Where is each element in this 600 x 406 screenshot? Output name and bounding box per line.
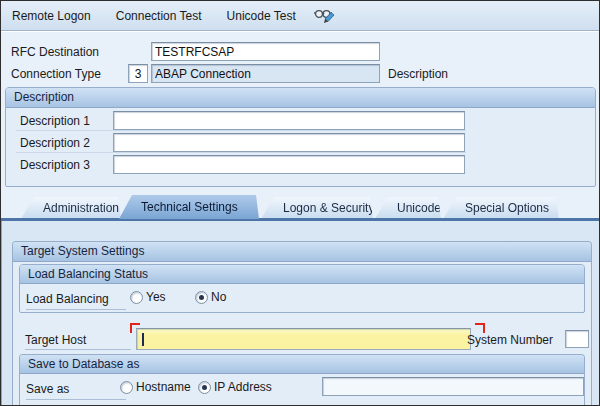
sm59-rfc-destination-window: Remote Logon Connection Test Unicode Tes…	[0, 0, 600, 406]
tab-logon-security[interactable]: Logon & Security	[261, 197, 373, 219]
radio-label: No	[211, 290, 226, 304]
target-host-label: Target Host	[25, 333, 86, 347]
tab-administration[interactable]: Administration	[21, 197, 121, 219]
label-underline	[26, 309, 126, 310]
target-system-settings-header: Target System Settings	[13, 242, 591, 262]
radio-circle	[120, 381, 133, 394]
label-underline	[25, 349, 131, 350]
save-as-hostname-radio[interactable]: Hostname	[120, 380, 191, 394]
rfc-destination-label: RFC Destination	[11, 45, 99, 59]
target-host-input[interactable]	[136, 328, 471, 350]
text-caret	[142, 333, 144, 346]
radio-label: IP Address	[214, 380, 272, 394]
save-as-label: Save as	[26, 382, 69, 396]
save-as-ip-address-radio[interactable]: IP Address	[198, 380, 272, 394]
connection-type-code-input[interactable]	[128, 64, 148, 83]
tab-unicode[interactable]: Unicode	[375, 197, 441, 219]
radio-circle	[198, 381, 211, 394]
radio-circle	[130, 291, 143, 304]
description-side-label: Description	[388, 67, 448, 81]
annotation-bracket-top-right	[475, 323, 485, 333]
annotation-bracket-top-left	[130, 323, 140, 333]
save-to-database-group: Save to Database as Save as Hostname IP …	[19, 354, 585, 406]
save-to-database-header: Save to Database as	[20, 355, 584, 374]
connection-test-button[interactable]: Connection Test	[110, 5, 208, 27]
description-group: Description Description 1 Description 2 …	[5, 87, 596, 187]
radio-circle	[195, 291, 208, 304]
tab-technical-settings[interactable]: Technical Settings	[119, 195, 259, 219]
load-balancing-status-header: Load Balancing Status	[20, 265, 584, 284]
remote-logon-button[interactable]: Remote Logon	[6, 5, 97, 27]
description-3-label: Description 3	[20, 158, 90, 172]
load-balancing-label: Load Balancing	[26, 292, 109, 306]
application-toolbar: Remote Logon Connection Test Unicode Tes…	[1, 1, 599, 30]
description-2-input[interactable]	[113, 133, 465, 152]
tab-special-options[interactable]: Special Options	[443, 197, 559, 219]
toolbar-divider	[1, 30, 599, 32]
system-number-label: System Number	[467, 333, 553, 347]
load-balancing-no-radio[interactable]: No	[195, 290, 226, 304]
radio-label: Hostname	[136, 380, 191, 394]
radio-label: Yes	[146, 290, 166, 304]
description-1-label: Description 1	[20, 114, 90, 128]
description-3-input[interactable]	[113, 155, 465, 174]
description-row: Description 1	[16, 109, 466, 131]
unicode-test-button[interactable]: Unicode Test	[221, 5, 302, 27]
description-group-header: Description	[6, 88, 595, 108]
settings-tabstrip: Administration Technical Settings Logon …	[1, 191, 599, 219]
description-1-input[interactable]	[113, 111, 465, 130]
load-balancing-status-group: Load Balancing Status Load Balancing Yes…	[19, 264, 585, 313]
save-as-value-field	[322, 377, 584, 396]
description-row: Description 3	[16, 153, 466, 175]
connection-type-text-field	[151, 64, 380, 83]
target-system-settings-group: Target System Settings Load Balancing St…	[12, 241, 592, 405]
load-balancing-yes-radio[interactable]: Yes	[130, 290, 166, 304]
connection-type-label: Connection Type	[11, 67, 101, 81]
description-2-label: Description 2	[20, 136, 90, 150]
rfc-destination-input[interactable]	[151, 42, 380, 61]
technical-settings-panel: Target System Settings Load Balancing St…	[1, 221, 600, 406]
system-number-input[interactable]	[565, 330, 589, 348]
display-change-icon[interactable]	[314, 6, 336, 26]
label-underline	[26, 399, 126, 400]
description-row: Description 2	[16, 131, 466, 153]
